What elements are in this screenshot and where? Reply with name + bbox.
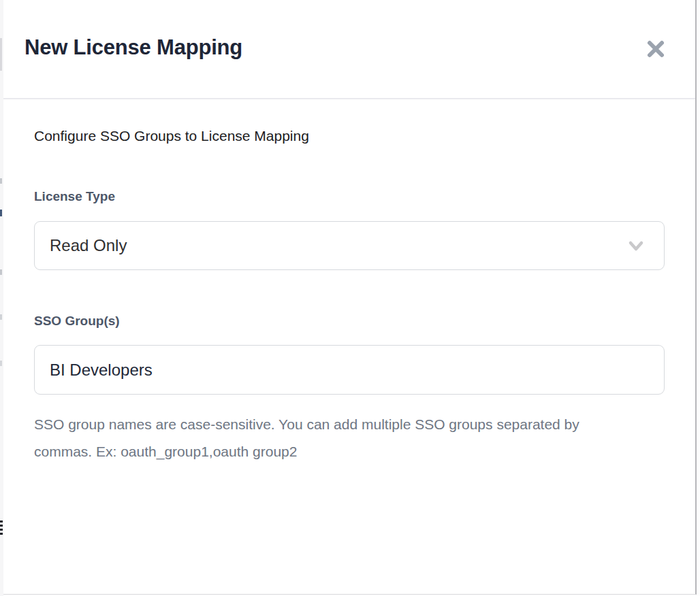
sso-groups-help-text: SSO group names are case-sensitive. You … [34, 411, 609, 465]
dialog-header: New License Mapping [3, 0, 695, 99]
screen: New License Mapping Configure SSO Groups… [0, 0, 700, 596]
dialog-body: Configure SSO Groups to License Mapping … [3, 128, 695, 465]
close-icon [645, 38, 667, 60]
chevron-down-icon [626, 235, 646, 256]
underlying-page-fragment [0, 38, 2, 71]
underlying-page-fragment [0, 178, 2, 184]
new-license-mapping-dialog: New License Mapping Configure SSO Groups… [3, 0, 697, 595]
underlying-page-fragment [0, 269, 2, 275]
menu-icon-fragment [0, 520, 3, 537]
license-type-selected-value: Read Only [50, 236, 127, 255]
underlying-page-fragment [0, 210, 2, 216]
sso-groups-label: SSO Group(s) [34, 314, 665, 329]
dialog-title: New License Mapping [25, 35, 242, 63]
close-button[interactable] [643, 37, 668, 61]
license-type-label: License Type [34, 189, 665, 204]
sso-groups-input[interactable] [34, 345, 665, 395]
section-heading: Configure SSO Groups to License Mapping [34, 128, 665, 144]
underlying-page-fragment [0, 361, 2, 366]
license-type-select[interactable]: Read Only [34, 221, 665, 270]
underlying-page-fragment [0, 314, 2, 320]
